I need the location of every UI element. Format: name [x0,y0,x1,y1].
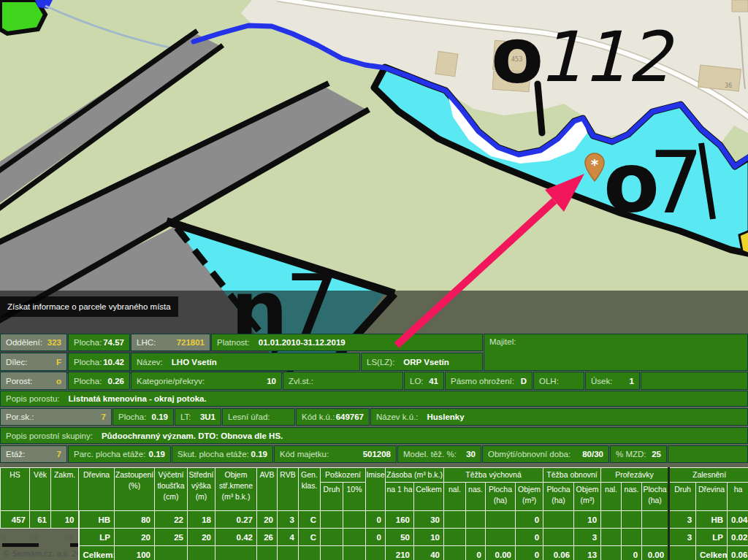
svg-text:*: * [591,156,599,173]
field-value: 501208 [363,450,391,459]
species-cell: 20 [257,511,278,529]
col-subheader: nal. [601,483,622,511]
field-mzd: % MZD:25 [610,445,667,463]
col-subheader: Plocha (ha) [642,483,669,511]
field-value: o [56,377,61,386]
field-label: Obmýtí/obnovní doba: [488,450,570,459]
species-row: 4576110HB8022180.27203C0160300103HB0.04 [1,511,748,529]
field-value: 649767 [336,413,364,421]
species-cell: 160 [386,511,414,529]
col-subheader: Dřevina [696,483,728,511]
species-cell: HB [696,511,728,529]
field-label: Parc. plocha etáže: [74,450,145,459]
field-label: Plocha: [74,377,102,386]
species-cell: 10 [51,511,79,529]
field-value: 323 [47,338,61,347]
species-cell [642,529,669,546]
field-label: LO: [410,377,424,386]
col-subheader: Objem (m³) [574,483,601,511]
species-cell [51,546,79,560]
field-porost: Porost:o [0,372,67,390]
species-cell [642,511,669,529]
field-value: D [521,377,527,386]
field-usek: Úsek:1 [585,372,640,390]
species-cell: 100 [115,546,155,560]
field-popis-porostu: Popis porostu:Listnatá kmenovina - okraj… [0,391,748,407]
species-cell: 18 [188,511,215,529]
field-value: Huslenky [427,413,465,421]
field-model-tez: Model. těž. %:30 [397,445,481,463]
col-subheader: nal. [444,483,466,511]
species-cell: 0.06 [543,546,574,560]
parcel-label-o7-num: 7 [649,132,703,233]
building-number: 36 [725,83,732,89]
field-parc-plocha: Parc. plocha etáže:0.19 [68,445,171,463]
field-value: F [56,358,61,367]
field-value: 10.42 [103,358,124,367]
field-value: 10 [267,377,276,386]
field-value: 0.19 [149,450,165,459]
species-cell: 4 [278,529,299,546]
species-cell [1,546,30,560]
species-cell [51,529,79,546]
species-cell [188,546,215,560]
col-header: Gen. klas. [299,468,321,511]
species-cell: 40 [414,546,444,560]
species-cell: LP [79,529,115,546]
col-subheader: Plocha (ha) [543,483,574,511]
species-cell: 25 [155,529,188,546]
field-popis-skupiny: Popis porostní skupiny:Půdoochranný význ… [0,427,748,444]
col-header: Věk [30,468,51,511]
field-value: 7 [57,450,61,459]
species-cell [444,511,466,529]
species-cell [444,546,466,560]
species-cell: 0 [516,546,543,560]
species-cell [321,546,343,560]
species-cell [543,511,574,529]
field-label: OLH: [539,377,559,386]
field-label: Etáž: [6,450,25,459]
species-cell: 80 [115,511,155,529]
species-cell [1,529,30,546]
col-subheader: na 1 ha [386,483,414,511]
species-cell [622,511,642,529]
col-header: HS [1,468,30,511]
species-cell [30,529,51,546]
species-cell: HB [79,511,115,529]
species-cell: 61 [30,511,51,529]
species-cell [669,546,696,560]
field-label: Pásmo ohrožení: [451,377,514,386]
field-label: Model. těž. %: [403,450,457,459]
col-group-header: Těžba obnovní [543,468,601,483]
field-label: Platnost: [217,338,250,347]
species-header-row-groups: HS Věk Zakm. Dřevina Zastoupení (%) Výče… [1,468,748,483]
filler-cell [641,372,748,390]
species-cell: 50 [386,529,414,546]
col-subheader: 10% [343,483,366,511]
field-label: Dílec: [6,358,27,367]
col-header: RVB [278,468,299,511]
field-value: 0.19 [152,413,168,421]
col-group-header: Poškození [321,468,366,483]
species-cell: 22 [155,511,188,529]
species-cell [466,529,486,546]
col-group-header: Těžba výchovná [444,468,543,483]
col-header: Zakm. [51,468,79,511]
filler-cell [668,445,748,463]
species-cell: 26 [257,529,278,546]
col-subheader: ha [728,483,748,511]
field-label: Popis porostní skupiny: [6,431,93,440]
field-label: LHC: [137,338,156,347]
col-header: Střední výška (m) [188,468,215,511]
field-label: LS(LZ): [367,358,394,367]
field-kod-majetku: Kód majetku:501208 [274,445,397,463]
field-label: Por.sk.: [6,413,34,421]
species-cell [30,546,51,560]
species-cell: 10 [414,529,444,546]
field-lo: LO:41 [404,372,444,390]
field-label: Lesní úřad: [228,413,270,421]
species-cell [543,529,574,546]
species-cell [343,529,366,546]
col-group-header: Prořezávky [601,468,669,483]
species-cell: 0 [366,529,386,546]
